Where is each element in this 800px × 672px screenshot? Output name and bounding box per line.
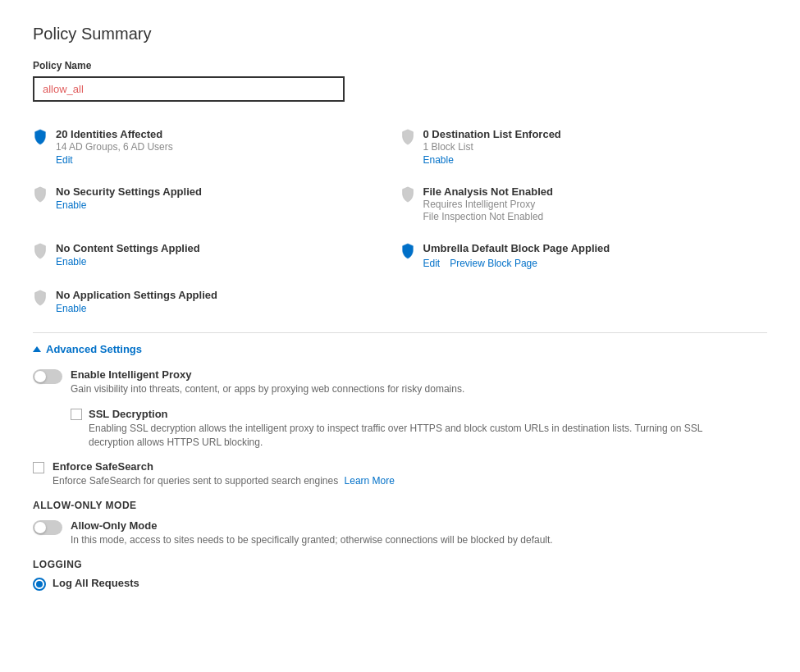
- summary-item-application: No Application Settings Applied Enable: [33, 279, 400, 324]
- allow-only-mode-desc: In this mode, access to sites needs to b…: [71, 533, 553, 547]
- safesearch-checkbox[interactable]: [33, 462, 44, 473]
- advanced-settings-header[interactable]: Advanced Settings: [33, 343, 767, 355]
- summary-item-content: No Content Settings Applied Enable: [33, 232, 400, 279]
- safesearch-row: Enforce SafeSearch Enforce SafeSearch fo…: [33, 460, 767, 488]
- allow-only-mode-title: Allow-Only Mode: [71, 519, 553, 532]
- shield-icon-identities: [33, 129, 48, 145]
- advanced-settings-label: Advanced Settings: [46, 343, 142, 355]
- shield-icon-block-page: [400, 243, 415, 259]
- allow-only-mode-toggle[interactable]: [33, 520, 62, 535]
- shield-icon-security: [33, 186, 48, 203]
- file-analysis-subtitle2: File Inspection Not Enabled: [423, 211, 553, 222]
- destination-title: 0 Destination List Enforced: [423, 128, 561, 140]
- ssl-decryption-checkbox[interactable]: [71, 409, 82, 420]
- shield-icon-destination: [400, 129, 415, 145]
- file-analysis-subtitle1: Requires Intelligent Proxy: [423, 199, 553, 210]
- log-all-requests-radio[interactable]: [33, 578, 46, 591]
- destination-subtitle: 1 Block List: [423, 141, 561, 153]
- logging-label: LOGGING: [33, 559, 767, 570]
- shield-icon-content: [33, 243, 48, 259]
- policy-name-label: Policy Name: [33, 60, 767, 71]
- application-enable-link[interactable]: Enable: [56, 303, 86, 314]
- security-title: No Security Settings Applied: [56, 185, 202, 198]
- block-page-edit-link[interactable]: Edit: [423, 258, 441, 269]
- ssl-decryption-row: SSL Decryption Enabling SSL decryption a…: [71, 408, 767, 450]
- allow-only-mode-label: ALLOW-ONLY MODE: [33, 500, 767, 511]
- safesearch-desc-text: Enforce SafeSearch for queries sent to s…: [53, 475, 338, 487]
- summary-item-file-analysis: File Analysis Not Enabled Requires Intel…: [400, 176, 768, 232]
- identities-subtitle: 14 AD Groups, 6 AD Users: [56, 141, 173, 153]
- intelligent-proxy-title: Enable Intelligent Proxy: [71, 368, 464, 381]
- summary-item-destination: 0 Destination List Enforced 1 Block List…: [400, 118, 768, 176]
- block-page-title: Umbrella Default Block Page Applied: [423, 242, 610, 254]
- radio-selected-indicator: [36, 581, 43, 587]
- policy-name-input[interactable]: [33, 76, 345, 102]
- identities-title: 20 Identities Affected: [56, 128, 173, 140]
- intelligent-proxy-toggle[interactable]: [33, 369, 62, 384]
- identities-edit-link[interactable]: Edit: [56, 154, 73, 166]
- content-enable-link[interactable]: Enable: [56, 256, 86, 267]
- intelligent-proxy-row: Enable Intelligent Proxy Gain visibility…: [33, 368, 767, 396]
- ssl-decryption-title: SSL Decryption: [89, 408, 729, 420]
- allow-only-mode-row: Allow-Only Mode In this mode, access to …: [33, 519, 767, 547]
- shield-icon-file-analysis: [400, 186, 415, 203]
- log-all-requests-label: Log All Requests: [53, 577, 139, 589]
- summary-item-identities: 20 Identities Affected 14 AD Groups, 6 A…: [33, 118, 400, 176]
- summary-item-security: No Security Settings Applied Enable: [33, 176, 400, 232]
- safesearch-desc: Enforce SafeSearch for queries sent to s…: [53, 474, 395, 488]
- destination-enable-link[interactable]: Enable: [423, 154, 454, 166]
- ssl-decryption-desc: Enabling SSL decryption allows the intel…: [89, 422, 729, 450]
- safesearch-title: Enforce SafeSearch: [53, 460, 395, 473]
- application-title: No Application Settings Applied: [56, 289, 217, 301]
- summary-grid: 20 Identities Affected 14 AD Groups, 6 A…: [33, 118, 767, 324]
- shield-icon-application: [33, 290, 48, 306]
- collapse-icon: [33, 346, 41, 352]
- content-title: No Content Settings Applied: [56, 242, 200, 254]
- page-title: Policy Summary: [33, 25, 767, 43]
- section-divider: [33, 332, 767, 333]
- safesearch-learn-more-link[interactable]: Learn More: [345, 475, 395, 487]
- log-all-requests-row: Log All Requests: [33, 577, 767, 591]
- file-analysis-title: File Analysis Not Enabled: [423, 185, 553, 198]
- block-page-preview-link[interactable]: Preview Block Page: [450, 258, 537, 269]
- summary-item-block-page: Umbrella Default Block Page Applied Edit…: [400, 232, 768, 279]
- security-enable-link[interactable]: Enable: [56, 199, 86, 211]
- intelligent-proxy-desc: Gain visibility into threats, content, o…: [71, 382, 464, 396]
